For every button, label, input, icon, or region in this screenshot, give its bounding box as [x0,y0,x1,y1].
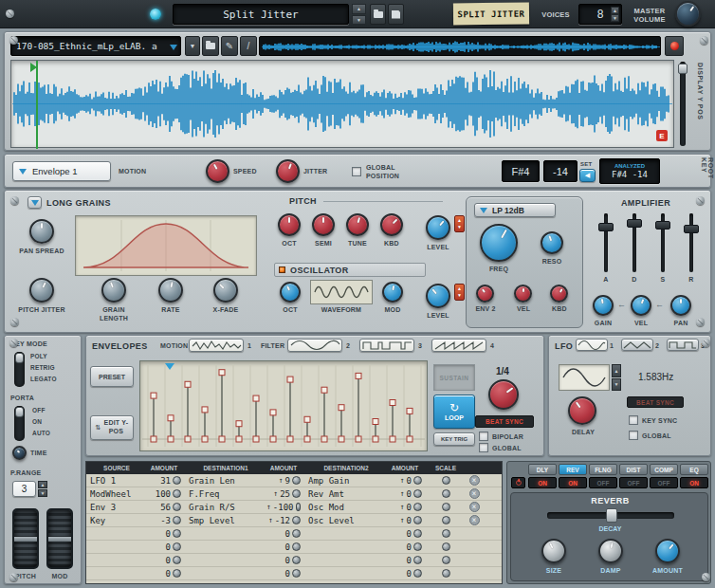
matrix-amount-1[interactable]: 100 [143,489,185,499]
fx-tab-flng[interactable]: FLNG [589,464,617,475]
slider-handle[interactable] [598,223,614,231]
amp-pan-knob[interactable] [670,295,691,316]
filter-freq-knob[interactable] [480,224,518,262]
amount-knob-icon[interactable] [173,489,181,498]
amount-knob-icon[interactable] [413,556,422,564]
matrix-amount-3[interactable]: 0 [384,556,426,565]
osc-oct-knob[interactable] [280,282,301,303]
scale-knob-icon[interactable] [442,542,450,551]
amount-knob-icon[interactable] [173,503,181,511]
scale-knob-icon[interactable] [442,516,450,524]
matrix-amount-1[interactable]: 31 [143,476,185,486]
matrix-scale[interactable] [426,569,462,578]
amount-knob-icon[interactable] [413,529,422,538]
pitch-oct-knob[interactable] [278,213,301,236]
remove-icon[interactable]: × [469,515,480,525]
fx-tab-comp[interactable]: COMP [650,464,678,475]
matrix-scale[interactable] [426,503,462,511]
sample-overview-display[interactable] [259,36,661,56]
grain-level-knob[interactable] [426,215,450,240]
matrix-destination-2[interactable]: Amp Gain [304,476,384,486]
envelope-tab-2[interactable] [287,339,342,352]
amount-knob-icon[interactable] [292,569,301,578]
amount-knob-icon[interactable] [292,516,301,524]
lfo-tab-3[interactable] [667,339,699,351]
matrix-amount-3[interactable]: 0 [384,529,426,539]
envelope-tab-3[interactable] [359,339,414,352]
matrix-source[interactable]: ModWheel [86,489,143,499]
scale-knob-icon[interactable] [442,476,450,485]
routing-a-selector[interactable]: ▲▼ [454,215,465,232]
matrix-scale[interactable] [426,542,462,551]
jitter-knob[interactable] [276,159,300,183]
matrix-remove[interactable]: × [462,502,483,512]
fx-enable-rev[interactable]: ON [559,477,587,488]
matrix-amount-2[interactable]: 0 [263,556,304,565]
fx-enable-dist[interactable]: OFF [619,477,648,488]
grain-length-knob[interactable] [101,278,126,303]
amount-knob-icon[interactable] [173,476,181,485]
envelope-rate-knob[interactable] [488,379,519,410]
p-range-value[interactable]: 3 [12,481,36,497]
matrix-amount-1[interactable]: -3 [143,516,185,525]
sample-select-button[interactable]: ▼ [185,36,200,56]
matrix-amount-2[interactable]: 0 [263,569,304,579]
osc-waveform-display[interactable] [310,280,373,304]
patch-down-button[interactable]: ▼ [352,15,366,25]
matrix-amount-1[interactable]: 56 [143,503,185,512]
amount-knob-icon[interactable] [173,556,181,564]
matrix-amount-2[interactable]: ↑9 [263,476,304,486]
fx-tab-dist[interactable]: DIST [619,464,648,475]
slider-handle[interactable] [655,221,670,230]
pitch-wheel[interactable] [12,508,39,569]
pitch-kbd-knob[interactable] [380,213,403,236]
slider-handle[interactable] [606,508,617,523]
amount-knob-icon[interactable] [296,503,301,511]
osc-mod-knob[interactable] [382,282,403,303]
voices-display[interactable]: 8 ▲ ▼ [578,4,622,25]
amount-knob-icon[interactable] [292,489,301,498]
matrix-row[interactable]: Key-3Smp Level↑-12Osc Level↑0× [86,514,502,527]
osc-level-knob[interactable] [426,284,450,308]
envelope-tab-4[interactable] [431,339,486,352]
matrix-amount-3[interactable]: ↑0 [384,476,426,486]
sample-edit-button[interactable]: ✎ [221,36,238,56]
switch-handle[interactable] [15,353,24,363]
envelope-tab-1[interactable] [189,339,244,352]
decay-slider[interactable] [547,512,674,519]
amount-knob-icon[interactable] [292,476,301,485]
matrix-amount-2[interactable]: 0 [263,529,304,539]
slider-handle[interactable] [627,219,642,228]
matrix-amount-3[interactable]: ↑0 [384,516,426,525]
matrix-row[interactable]: 000 [86,567,502,580]
oscillator-header[interactable]: OSCILLATOR [274,263,426,277]
adsr-slider-s[interactable]: S [653,211,672,291]
matrix-destination-1[interactable]: F.Freq [185,489,263,499]
reverb-damp-knob[interactable] [598,539,623,563]
matrix-amount-3[interactable]: ↑0 [384,503,426,512]
matrix-source[interactable]: Key [86,516,143,525]
matrix-row[interactable]: 000 [86,527,502,541]
slider-handle[interactable] [684,225,699,233]
sample-record-button[interactable] [665,36,684,56]
matrix-row[interactable]: 000 [86,554,502,567]
speed-knob[interactable] [206,159,229,183]
edit-ypos-button[interactable]: ⇅ EDIT Y-POS [90,415,134,440]
matrix-destination-2[interactable]: Osc Mod [304,503,384,512]
amount-knob-icon[interactable] [173,569,181,578]
matrix-remove[interactable]: × [462,488,483,499]
patch-browse-button[interactable] [370,4,386,25]
playhead-cursor[interactable] [36,61,38,149]
matrix-remove[interactable]: × [462,475,483,486]
grain-shape-display[interactable] [75,215,257,276]
pitch-semi-knob[interactable] [312,213,335,236]
envelope-global-checkbox[interactable] [479,443,488,452]
fx-tab-dly[interactable]: DLY [528,464,557,475]
matrix-amount-2[interactable]: ↑-12 [263,516,304,525]
fx-enable-dly[interactable]: ON [528,477,557,488]
matrix-row[interactable]: Env 356Grain R/S↑-100Osc Mod↑0× [86,501,502,514]
filter-type-selector[interactable]: LP 12dB [474,203,556,217]
lfo-wave-down-button[interactable]: ▼ [612,378,621,391]
matrix-source[interactable]: LFO 1 [86,476,143,486]
adsr-slider-d[interactable]: D [625,211,644,291]
